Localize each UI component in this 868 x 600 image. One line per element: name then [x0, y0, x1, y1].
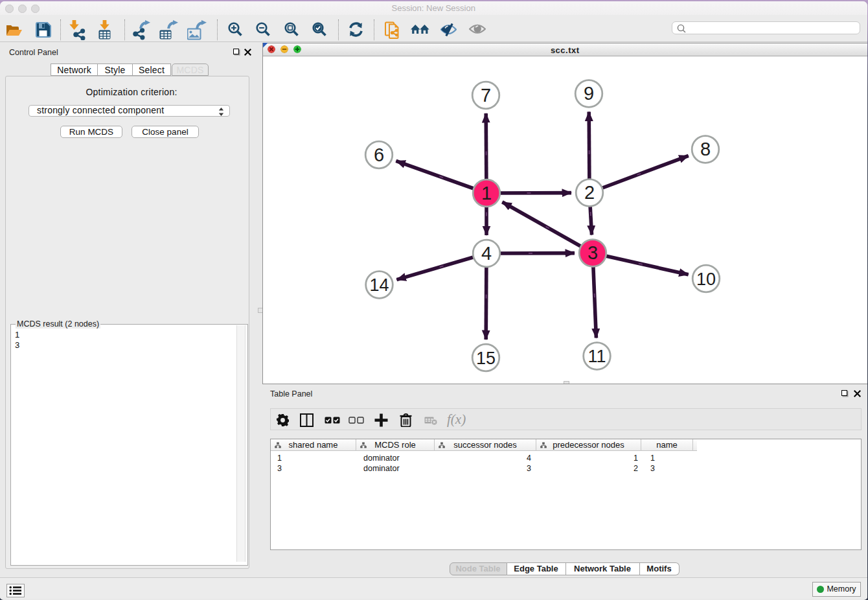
svg-text:6: 6 — [374, 144, 384, 165]
svg-text:15: 15 — [476, 348, 496, 367]
svg-text:1: 1 — [481, 182, 492, 203]
svg-text:8: 8 — [700, 139, 711, 159]
svg-text:14: 14 — [369, 275, 389, 295]
svg-text:7: 7 — [481, 84, 491, 105]
svg-text:4: 4 — [481, 242, 492, 263]
svg-text:3: 3 — [588, 242, 598, 263]
svg-text:9: 9 — [584, 83, 594, 104]
svg-text:11: 11 — [588, 347, 606, 366]
svg-text:2: 2 — [584, 182, 595, 203]
svg-text:10: 10 — [696, 269, 716, 288]
